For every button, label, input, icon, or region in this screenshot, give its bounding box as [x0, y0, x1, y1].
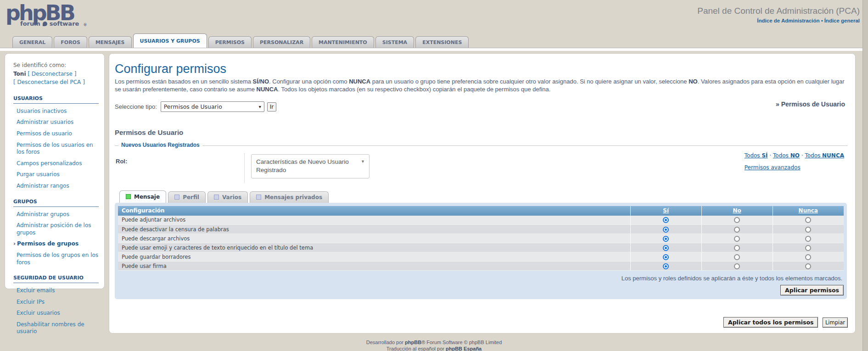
sidebar-item-label: Administrar rangos: [17, 183, 69, 189]
sidebar-item-permisos-de-los-usuarios-en-los-foros[interactable]: Permisos de los usuarios en los foros: [17, 142, 100, 156]
permission-tab-label: Mensaje: [134, 194, 160, 200]
role-select[interactable]: Características de Nuevo Usuario Registr…: [251, 154, 370, 178]
phpbb-logo[interactable]: phpBB forum software ®: [6, 2, 87, 27]
board-index-link[interactable]: Índice general: [824, 18, 860, 23]
option-cell-no: [701, 225, 773, 234]
nav-tab-personalizar[interactable]: PERSONALIZAR: [253, 36, 310, 48]
nav-tab-mensajes[interactable]: MENSAJES: [89, 36, 132, 48]
column-header-no[interactable]: No: [701, 206, 773, 216]
role-row: Rol: Características de Nuevo Usuario Re…: [115, 153, 848, 183]
role-field: Características de Nuevo Usuario Registr…: [244, 153, 370, 183]
table-header-row: Configuración Sí No Nunca: [118, 206, 844, 216]
radio-si[interactable]: [663, 217, 669, 223]
radio-si[interactable]: [663, 254, 669, 260]
permission-tab-perfil[interactable]: Perfil: [168, 191, 206, 203]
sidebar-item-permisos-de-usuario[interactable]: Permisos de usuario: [17, 130, 100, 138]
sidebar-item-permisos-de-los-grupos-en-los-foros[interactable]: Permisos de los grupos en los foros: [17, 252, 100, 266]
radio-si[interactable]: [663, 245, 669, 251]
chevron-down-icon: ▾: [259, 104, 261, 109]
sidebar-item-excluir-ips[interactable]: Excluir IPs: [17, 299, 100, 306]
radio-no[interactable]: [734, 227, 740, 233]
radio-nunca[interactable]: [805, 236, 811, 242]
sidebar-item-label: Administrar grupos: [17, 211, 69, 217]
sidebar-item-administrar-posici-n-de-los-grupos[interactable]: Administrar posición de los grupos: [17, 222, 100, 236]
sidebar-item-deshabilitar-nombres-de-usuario[interactable]: Deshabilitar nombres de usuario: [17, 321, 100, 335]
footer-line1: Desarrollado por phpBB® Forum Software ©…: [0, 340, 868, 346]
sidebar-item-label: Purgar usuarios: [17, 171, 60, 178]
radio-nunca[interactable]: [805, 263, 811, 269]
nav-tab-extensiones[interactable]: EXTENSIONES: [415, 36, 469, 48]
permission-type-select[interactable]: Permisos de Usuario ▾: [161, 101, 264, 112]
permission-label: Puede usar firma: [118, 262, 630, 271]
nav-tab-mantenimiento[interactable]: MANTENIMIENTO: [312, 36, 374, 48]
radio-no[interactable]: [734, 263, 740, 269]
admin-index-link[interactable]: Índice de Administración: [757, 18, 819, 23]
apply-permissions-button[interactable]: Aplicar permisos: [780, 285, 844, 295]
sidebar-item-label: Permisos de los grupos en los foros: [17, 252, 98, 266]
radio-nunca[interactable]: [805, 227, 811, 233]
go-button[interactable]: Ir: [267, 102, 276, 111]
sidebar-item-campos-personalizados[interactable]: Campos personalizados: [17, 160, 100, 167]
sidebar-section-title-seguridad-de-usuario: SEGURIDAD DE USUARIO: [13, 275, 99, 283]
scrollbar[interactable]: [862, 0, 868, 351]
set-all-link-no[interactable]: Todos NO: [773, 152, 800, 159]
permission-tab-mensaje[interactable]: Mensaje: [119, 190, 166, 203]
intro-bold-text: NUNCA: [257, 86, 278, 93]
column-header-yes[interactable]: Sí: [630, 206, 701, 216]
nav-tab-usuarios-y-grupos[interactable]: USUARIOS Y GRUPOS: [133, 33, 207, 48]
sidebar-item-excluir-usuarios[interactable]: Excluir usuarios: [17, 310, 100, 317]
sidebar-item-administrar-rangos[interactable]: Administrar rangos: [17, 183, 100, 190]
sidebar-item-purgar-usuarios[interactable]: Purgar usuarios: [17, 171, 100, 178]
radio-si[interactable]: [663, 263, 669, 269]
sidebar-item-label: Administrar usuarios: [17, 119, 73, 125]
set-all-link-s[interactable]: Todos SÍ: [745, 152, 768, 159]
nav-tab-general[interactable]: GENERAL: [12, 36, 52, 48]
sidebar-item-administrar-usuarios[interactable]: Administrar usuarios: [17, 119, 100, 126]
phpbb-espana-link[interactable]: phpBB España: [446, 346, 482, 351]
option-cell-si: [630, 262, 701, 271]
sidebar-item-permisos-de-grupos[interactable]: ›Permisos de grupos: [13, 240, 100, 248]
phpbb-link[interactable]: phpBB: [405, 340, 421, 345]
option-cell-si: [630, 243, 701, 252]
radio-no[interactable]: [734, 245, 740, 251]
type-select-value: Permisos de Usuario: [164, 103, 222, 110]
permission-row-puede-usar-emoji-y-caracteres-de-texto-enriquecido-en-el-t-tulo-del-tema: Puede usar emoji y caracteres de texto e…: [118, 243, 844, 252]
sidebar-item-usuarios-inactivos[interactable]: Usuarios inactivos: [17, 108, 100, 115]
sidebar-item-administrar-grupos[interactable]: Administrar grupos: [17, 211, 100, 218]
nav-tab-foros[interactable]: FOROS: [54, 36, 87, 48]
sidebar-section-title-usuarios: USUARIOS: [13, 95, 99, 104]
radio-nunca[interactable]: [805, 254, 811, 260]
main-nav-tabbar: GENERALFOROSMENSAJESUSUARIOS Y GRUPOSPER…: [0, 33, 868, 48]
radio-no[interactable]: [734, 236, 740, 242]
checkbox-icon[interactable]: [214, 195, 219, 200]
logout-pca-link[interactable]: [ Desconectarse del PCA ]: [13, 79, 85, 85]
page-header: phpBB forum software ® Panel de Control …: [0, 0, 868, 33]
permission-tab-varios[interactable]: Varios: [207, 191, 248, 203]
radio-si[interactable]: [663, 227, 669, 233]
radio-nunca[interactable]: [805, 217, 811, 223]
advanced-permissions-link[interactable]: Permisos avanzados: [745, 164, 801, 171]
permission-tab-label: Mensajes privados: [264, 194, 322, 201]
checkbox-icon[interactable]: [256, 195, 261, 200]
set-all-link-nunca[interactable]: Todos NUNCA: [805, 152, 844, 159]
radio-si[interactable]: [663, 236, 669, 242]
sidebar-item-excluir-emails[interactable]: Excluir emails: [17, 287, 100, 295]
radio-nunca[interactable]: [805, 245, 811, 251]
option-cell-nunca: [773, 216, 844, 225]
apply-all-permissions-button[interactable]: Aplicar todos los permisos: [723, 317, 818, 328]
reset-button[interactable]: Limpiar: [823, 318, 848, 328]
radio-no[interactable]: [734, 217, 740, 223]
checkbox-icon[interactable]: [174, 195, 179, 200]
role-label: Rol:: [115, 153, 244, 183]
option-cell-nunca: [773, 262, 844, 271]
logout-link[interactable]: [ Desconectarse ]: [28, 71, 76, 77]
nav-tab-sistema[interactable]: SISTEMA: [375, 36, 414, 48]
sidebar-item-label: Excluir usuarios: [17, 310, 60, 316]
option-cell-nunca: [773, 225, 844, 234]
permission-tab-mensajes-privados[interactable]: Mensajes privados: [250, 191, 329, 203]
nav-tab-permisos[interactable]: PERMISOS: [208, 36, 252, 48]
radio-no[interactable]: [734, 254, 740, 260]
checkbox-icon[interactable]: [126, 194, 131, 199]
column-header-never[interactable]: Nunca: [773, 206, 844, 216]
intro-text: . Todos los objetos marcados (en su resp…: [278, 86, 551, 93]
